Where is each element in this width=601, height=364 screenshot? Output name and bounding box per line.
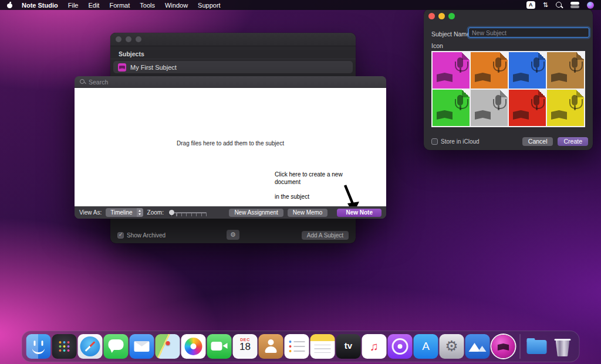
book-icon (551, 110, 567, 120)
minimize-button[interactable] (126, 36, 131, 42)
book-icon (437, 110, 453, 120)
dock-maps-icon[interactable] (156, 334, 180, 359)
microphone-icon (457, 57, 463, 68)
subject-icon-grid (431, 51, 585, 127)
updown-arrows-icon[interactable]: ⇅ (543, 1, 548, 9)
book-icon (437, 73, 453, 82)
book-icon (513, 110, 529, 120)
gear-icon[interactable]: ⚙ (227, 230, 239, 240)
dock-settings-icon[interactable] (440, 334, 464, 359)
create-button[interactable]: Create (558, 137, 588, 146)
menu-tools[interactable]: Tools (140, 2, 155, 9)
subject-icon-option-2[interactable] (471, 52, 508, 89)
show-archived-checkbox[interactable] (117, 232, 124, 239)
subject-icon-option-5[interactable] (433, 90, 470, 126)
dock-appstore-icon[interactable] (414, 334, 438, 359)
dock-podcasts-icon[interactable] (388, 334, 413, 359)
dock-appletv-icon[interactable] (336, 334, 361, 359)
document-window: Drag files here to add them to the subje… (75, 76, 386, 219)
dock-facetime-icon[interactable] (207, 334, 232, 359)
new-assignment-button[interactable]: New Assignment (229, 209, 283, 217)
close-button[interactable] (116, 36, 121, 42)
dock-launchpad-icon[interactable] (52, 334, 77, 359)
spotlight-search-icon[interactable] (556, 2, 563, 9)
subject-icon-option-3[interactable] (509, 52, 546, 89)
document-search-bar (75, 76, 386, 88)
dock-calendar-icon[interactable]: DEC18 (233, 334, 258, 359)
menu-file[interactable]: File (68, 2, 79, 9)
subject-list-item[interactable]: My First Subject (113, 61, 353, 73)
dock-music-icon[interactable] (362, 334, 387, 359)
subject-name-label: My First Subject (130, 64, 177, 71)
folded-corner (500, 52, 508, 60)
dock-photos-icon[interactable] (181, 334, 206, 359)
subject-icon-option-8[interactable] (547, 90, 584, 126)
view-as-dropdown[interactable]: Timeline (106, 208, 143, 217)
zoom-slider[interactable] (169, 209, 207, 216)
subject-icon-option-6[interactable] (471, 90, 508, 126)
dock-messages-icon[interactable] (104, 334, 129, 359)
microphone-icon (572, 57, 578, 68)
icon-section-label: Icon (431, 42, 443, 49)
chevron-updown-icon (137, 208, 143, 217)
microphone-icon (457, 95, 463, 106)
panel-titlebar-lights (428, 13, 458, 19)
menu-format[interactable]: Format (109, 2, 130, 9)
siri-icon[interactable] (587, 2, 594, 9)
menu-window[interactable]: Window (165, 2, 188, 9)
zoom-button[interactable] (136, 36, 141, 42)
dock-utility-icon[interactable] (465, 334, 490, 359)
dock-reminders-icon[interactable] (285, 334, 309, 359)
search-input[interactable] (89, 79, 206, 86)
dock: DEC18 (22, 331, 580, 362)
subject-icon-option-4[interactable] (547, 52, 584, 89)
subject-name-label: Subject Name: (431, 30, 472, 38)
dock-safari-icon[interactable] (78, 334, 103, 359)
folded-corner (462, 52, 470, 60)
new-memo-button[interactable]: New Memo (288, 209, 328, 217)
microphone-icon (495, 57, 501, 68)
dock-mail-icon[interactable] (130, 334, 154, 359)
document-toolbar: View As: Timeline Zoom: New Assignment N… (75, 206, 386, 219)
calendar-day-label: 18 (233, 342, 258, 352)
microphone-icon (534, 95, 539, 106)
slider-thumb[interactable] (169, 210, 174, 215)
book-icon (475, 110, 491, 120)
menu-bar-status-area: A ⇅ (526, 1, 594, 9)
microphone-icon (534, 57, 539, 68)
new-note-button[interactable]: New Note (337, 209, 381, 217)
app-menu-title[interactable]: Note Studio (22, 2, 58, 9)
subject-name-input[interactable] (468, 28, 589, 38)
menu-support[interactable]: Support (198, 2, 221, 9)
dock-trash-icon[interactable] (551, 334, 575, 359)
cancel-button[interactable]: Cancel (522, 137, 553, 146)
dock-finder-icon[interactable] (26, 334, 51, 359)
zoom-button[interactable] (448, 13, 455, 19)
folded-corner (500, 90, 508, 97)
subjects-titlebar[interactable] (110, 33, 356, 46)
dock-notes-icon[interactable] (310, 334, 335, 359)
book-icon (551, 73, 567, 82)
dock-notestudio-icon[interactable] (491, 334, 516, 359)
annotation-line2: in the subject (275, 193, 309, 200)
folded-corner (576, 90, 584, 97)
menu-bar: Note Studio FileEditFormatToolsWindowSup… (0, 0, 601, 10)
add-subject-button[interactable]: Add A Subject (302, 231, 349, 240)
document-drop-area[interactable]: Drag files here to add them to the subje… (75, 88, 386, 206)
minimize-button[interactable] (438, 13, 445, 19)
close-button[interactable] (428, 13, 435, 19)
subject-icon-option-7[interactable] (509, 90, 546, 126)
new-subject-panel: Subject Name: Icon Store in iCloud Cance… (424, 9, 593, 150)
dock-downloads-icon[interactable] (525, 334, 549, 359)
subject-icon-option-1[interactable] (433, 52, 470, 89)
zoom-label: Zoom: (147, 209, 164, 216)
folded-corner (538, 52, 546, 60)
store-in-icloud-label: Store in iCloud (441, 138, 480, 145)
store-in-icloud-checkbox[interactable] (431, 138, 438, 145)
input-source-indicator[interactable]: A (526, 1, 535, 9)
dock-contacts-icon[interactable] (259, 334, 283, 359)
menu-edit[interactable]: Edit (88, 2, 99, 9)
apple-menu-icon[interactable] (7, 2, 13, 9)
microphone-icon (572, 95, 578, 106)
control-center-icon[interactable] (570, 2, 579, 8)
